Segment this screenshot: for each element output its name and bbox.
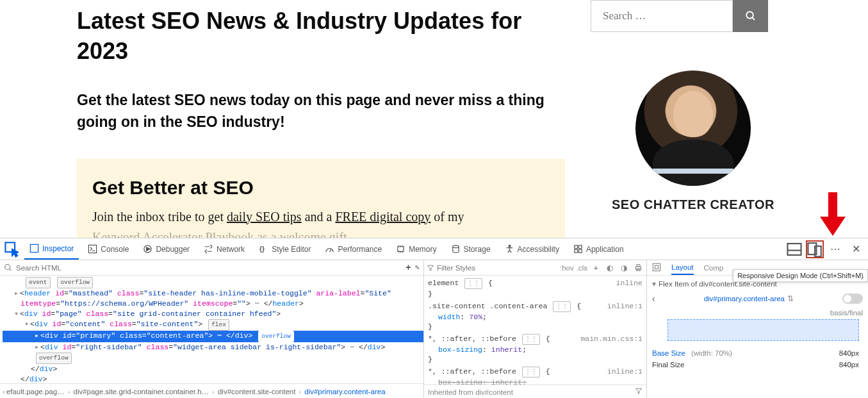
page-subtitle: Get the latest SEO news today on this pa…: [77, 89, 565, 133]
cls-toggle[interactable]: .cls: [577, 264, 587, 272]
dock-side-icon[interactable]: [786, 241, 803, 258]
light-dark-icon[interactable]: ◐: [604, 262, 616, 274]
eyedropper-button[interactable]: ✎: [415, 263, 420, 272]
basis-final-label: basis/final: [652, 309, 863, 317]
funnel-icon: [427, 264, 434, 272]
tab-network[interactable]: Network: [199, 238, 250, 260]
tab-style-editor[interactable]: {} Style Editor: [254, 238, 316, 260]
svg-rect-16: [575, 249, 578, 253]
svg-rect-27: [653, 263, 660, 270]
svg-rect-18: [787, 244, 801, 255]
tab-storage[interactable]: Storage: [446, 238, 496, 260]
flex-selector-link[interactable]: div#primary.content-area: [704, 295, 785, 303]
svg-rect-15: [578, 245, 582, 249]
layout-tab[interactable]: Layout: [671, 260, 694, 275]
tab-console[interactable]: Console: [83, 238, 134, 260]
box-model-icon[interactable]: [652, 263, 661, 273]
svg-rect-17: [578, 249, 582, 253]
dom-breadcrumbs[interactable]: ‹ efault.page.pag…› div#page.site.grid-c…: [0, 383, 423, 398]
hov-toggle[interactable]: :hov: [560, 264, 574, 272]
callout-link-2[interactable]: FREE digital copy: [335, 210, 430, 224]
svg-point-22: [5, 265, 10, 270]
svg-rect-28: [655, 265, 658, 269]
tab-debugger[interactable]: Debugger: [138, 238, 195, 260]
svg-point-12: [452, 245, 458, 248]
svg-line-10: [330, 249, 332, 253]
flex-basis-final-box: [667, 319, 859, 341]
tab-inspector[interactable]: Inspector: [24, 238, 79, 260]
callout-box: Get Better at SEO Join the inbox tribe t…: [77, 159, 565, 242]
selected-dom-node[interactable]: ▸<div id="primary" class="content-area">…: [3, 331, 423, 342]
tab-application[interactable]: Application: [568, 238, 629, 260]
svg-point-13: [509, 245, 511, 247]
callout-title: Get Better at SEO: [92, 177, 550, 199]
svg-point-0: [746, 12, 753, 19]
svg-rect-25: [637, 265, 640, 267]
svg-marker-3: [820, 217, 846, 236]
annotation-arrow: [820, 192, 846, 236]
svg-line-23: [10, 269, 11, 270]
svg-rect-14: [575, 245, 578, 249]
html-search-input[interactable]: [16, 264, 402, 272]
svg-line-1: [752, 17, 755, 20]
svg-text:{}: {}: [259, 245, 265, 253]
print-icon[interactable]: [632, 262, 644, 274]
creator-caption: SEO CHATTER CREATOR: [584, 197, 802, 212]
svg-rect-6: [89, 245, 97, 253]
svg-rect-5: [30, 244, 38, 252]
contrast-icon[interactable]: ◑: [618, 262, 630, 274]
dom-tree[interactable]: event overflow ▸<header id="masthead" cl…: [0, 276, 423, 383]
callout-link-1[interactable]: daily SEO tips: [227, 210, 302, 224]
search-icon: [4, 263, 12, 272]
svg-rect-11: [398, 247, 404, 252]
flex-nav-back[interactable]: ‹: [652, 294, 655, 304]
more-menu-icon[interactable]: ⋯: [827, 241, 844, 258]
tab-performance[interactable]: Performance: [320, 238, 387, 260]
tab-accessibility[interactable]: Accessibility: [500, 238, 564, 260]
svg-marker-8: [147, 247, 151, 251]
site-search-button[interactable]: [733, 0, 768, 32]
close-devtools-button[interactable]: ✕: [848, 241, 864, 258]
computed-tab[interactable]: Comp: [704, 264, 724, 272]
site-search-input[interactable]: [591, 0, 733, 32]
tab-memory[interactable]: Memory: [391, 238, 441, 260]
callout-text: Join the inbox tribe to get daily SEO ti…: [92, 206, 550, 242]
rdm-tooltip: Responsive Design Mode (Ctrl+Shift+M): [733, 269, 868, 282]
pick-element-icon[interactable]: [4, 241, 20, 258]
flex-overlay-toggle[interactable]: [842, 294, 863, 304]
creator-avatar: [635, 70, 751, 186]
filter-styles-input[interactable]: [437, 264, 507, 272]
search-icon: [745, 10, 757, 22]
responsive-design-mode-button[interactable]: [807, 241, 823, 258]
page-title: Latest SEO News & Industry Updates for 2…: [77, 6, 565, 67]
add-element-button[interactable]: +: [405, 263, 411, 273]
svg-rect-2: [828, 192, 837, 218]
add-rule-button[interactable]: +: [590, 262, 602, 274]
